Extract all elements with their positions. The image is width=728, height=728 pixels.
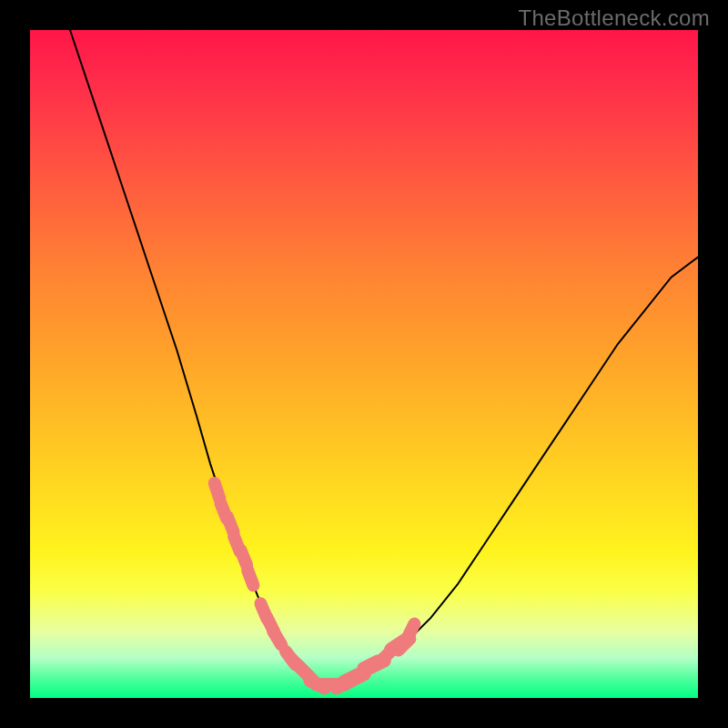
marker-point bbox=[215, 483, 220, 499]
watermark-text: TheBottleneck.com bbox=[518, 5, 710, 31]
marker-point bbox=[228, 517, 234, 532]
bottleneck-curve bbox=[70, 30, 698, 684]
curve-svg bbox=[30, 30, 698, 698]
plot-area bbox=[30, 30, 698, 698]
marker-point bbox=[407, 624, 414, 639]
chart-frame: TheBottleneck.com bbox=[0, 0, 728, 728]
marker-point bbox=[273, 631, 281, 645]
marker-group bbox=[215, 483, 415, 688]
marker-point bbox=[248, 571, 253, 586]
marker-point bbox=[241, 551, 248, 566]
